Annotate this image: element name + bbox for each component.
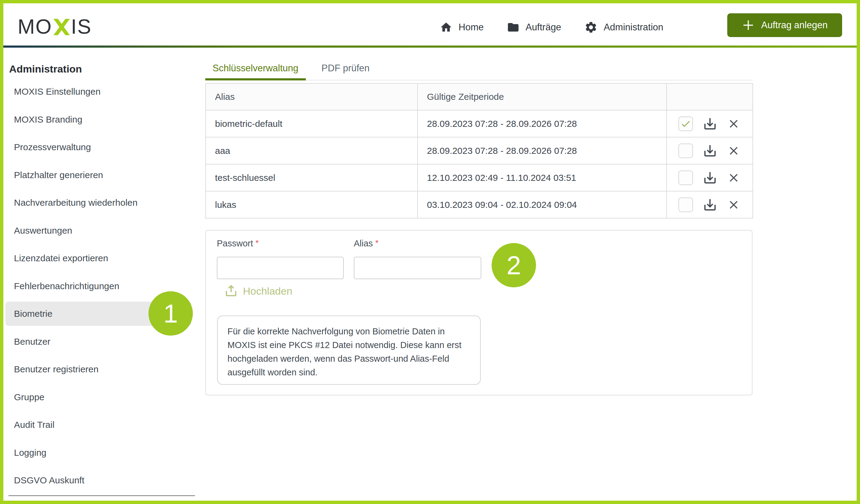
annotation-step-2: 2 xyxy=(492,243,536,287)
upload-form-panel: Passwort* Alias* Hochladen Für die korre… xyxy=(205,230,752,395)
alias-cell: aaa xyxy=(205,137,418,164)
default-checkbox[interactable] xyxy=(678,171,693,185)
alias-cell: biometric-default xyxy=(205,110,418,137)
download-icon xyxy=(702,197,718,212)
download-icon-button[interactable] xyxy=(702,143,718,158)
annotation-step-1: 1 xyxy=(148,291,193,336)
create-auftrag-button[interactable]: Auftrag anlegen xyxy=(727,13,842,37)
download-icon-button[interactable] xyxy=(702,170,718,186)
period-cell: 28.09.2023 07:28 - 28.09.2026 07:28 xyxy=(418,110,666,137)
close-icon xyxy=(727,171,740,184)
nav-administration[interactable]: Administration xyxy=(584,21,663,34)
tab-schluesselverwaltung[interactable]: Schlüsselverwaltung xyxy=(205,63,306,80)
column-header-zeitperiode: Gültige Zeitperiode xyxy=(418,84,666,110)
password-field[interactable] xyxy=(217,257,344,279)
logo-x-icon xyxy=(53,18,70,36)
nav-administration-label: Administration xyxy=(604,22,663,33)
sidebar-item-moxis-branding[interactable]: MOXIS Branding xyxy=(5,107,191,132)
close-icon xyxy=(727,117,740,131)
default-checkbox-checked[interactable] xyxy=(678,117,693,131)
required-marker: * xyxy=(255,238,259,248)
key-table: Alias Gültige Zeitperiode biometric-defa… xyxy=(205,83,753,219)
download-icon-button[interactable] xyxy=(702,197,718,212)
sidebar-item-audit-trail[interactable]: Audit Trail xyxy=(5,413,191,437)
sidebar-item-prozessverwaltung[interactable]: Prozessverwaltung xyxy=(5,135,191,159)
plus-icon xyxy=(742,19,755,32)
sidebar-item-benutzer-registrieren[interactable]: Benutzer registrieren xyxy=(5,357,191,382)
close-icon xyxy=(727,144,740,158)
sidebar-item-auswertungen[interactable]: Auswertungen xyxy=(5,219,191,243)
required-marker: * xyxy=(375,238,379,248)
alias-cell: lukas xyxy=(205,191,418,218)
sidebar-divider xyxy=(9,495,195,496)
upload-button[interactable]: Hochladen xyxy=(224,284,292,298)
sidebar-menu: MOXIS Einstellungen MOXIS Branding Proze… xyxy=(5,79,191,496)
gear-icon xyxy=(584,21,598,34)
close-icon xyxy=(727,198,740,211)
upload-icon xyxy=(224,284,238,298)
column-header-actions xyxy=(666,84,753,110)
tab-pdf-pruefen[interactable]: PDF prüfen xyxy=(314,63,377,80)
sidebar-item-lizenzdatei-exportieren[interactable]: Lizenzdatei exportieren xyxy=(5,246,191,270)
home-icon xyxy=(440,21,453,34)
nav-auftraege[interactable]: Aufträge xyxy=(507,21,561,34)
app-window: MO IS Home Aufträge Administration xyxy=(0,0,860,504)
download-icon xyxy=(702,143,718,158)
sidebar-heading: Administration xyxy=(9,63,82,75)
top-navigation: Home Aufträge Administration xyxy=(440,16,663,39)
alias-field[interactable] xyxy=(354,257,481,279)
nav-auftraege-label: Aufträge xyxy=(526,22,561,33)
period-cell: 28.09.2023 07:28 - 28.09.2026 07:28 xyxy=(418,137,666,164)
sidebar-item-platzhalter-generieren[interactable]: Platzhalter generieren xyxy=(5,163,191,187)
logo[interactable]: MO IS xyxy=(18,15,92,38)
sidebar-item-dsgvo-auskunft[interactable]: DSGVO Auskunft xyxy=(5,468,191,492)
nav-home[interactable]: Home xyxy=(440,21,484,34)
sidebar-item-nachverarbeitung-wiederholen[interactable]: Nachverarbeitung wiederholen xyxy=(5,191,191,215)
sidebar-item-moxis-einstellungen[interactable]: MOXIS Einstellungen xyxy=(5,79,191,104)
delete-icon-button[interactable] xyxy=(727,117,740,131)
table-row: biometric-default 28.09.2023 07:28 - 28.… xyxy=(205,110,753,137)
info-text: Für die korrekte Nachverfolgung von Biom… xyxy=(227,326,462,377)
table-row: test-schluessel 12.10.2023 02:49 - 11.10… xyxy=(205,164,753,191)
table-header-row: Alias Gültige Zeitperiode xyxy=(205,84,753,110)
delete-icon-button[interactable] xyxy=(727,144,740,158)
alias-label: Alias* xyxy=(354,238,378,249)
create-auftrag-label: Auftrag anlegen xyxy=(761,20,828,31)
folder-icon xyxy=(507,21,519,34)
sidebar-item-logging[interactable]: Logging xyxy=(5,441,191,465)
delete-icon-button[interactable] xyxy=(727,171,740,184)
default-checkbox[interactable] xyxy=(678,197,693,212)
upload-label: Hochladen xyxy=(243,285,292,297)
download-icon xyxy=(702,170,718,186)
logo-text-left: MO xyxy=(18,15,52,38)
default-checkbox[interactable] xyxy=(678,144,693,158)
content-tabs: Schlüsselverwaltung PDF prüfen xyxy=(205,60,752,80)
header-divider xyxy=(3,45,857,48)
table-row: lukas 03.10.2023 09:04 - 02.10.2024 09:0… xyxy=(205,191,753,218)
info-box: Für die korrekte Nachverfolgung von Biom… xyxy=(217,315,481,385)
delete-icon-button[interactable] xyxy=(727,198,740,211)
column-header-alias: Alias xyxy=(205,84,418,110)
download-icon xyxy=(702,116,718,131)
logo-text-right: IS xyxy=(71,15,92,38)
period-cell: 12.10.2023 02:49 - 11.10.2024 03:51 xyxy=(418,164,666,191)
table-row: aaa 28.09.2023 07:28 - 28.09.2026 07:28 xyxy=(205,137,753,164)
period-cell: 03.10.2023 09:04 - 02.10.2024 09:04 xyxy=(418,191,666,218)
password-label: Passwort* xyxy=(217,238,259,249)
check-icon xyxy=(680,118,691,129)
sidebar-item-gruppe[interactable]: Gruppe xyxy=(5,385,191,409)
nav-home-label: Home xyxy=(459,22,484,33)
alias-cell: test-schluessel xyxy=(205,164,418,191)
download-icon-button[interactable] xyxy=(702,116,718,131)
